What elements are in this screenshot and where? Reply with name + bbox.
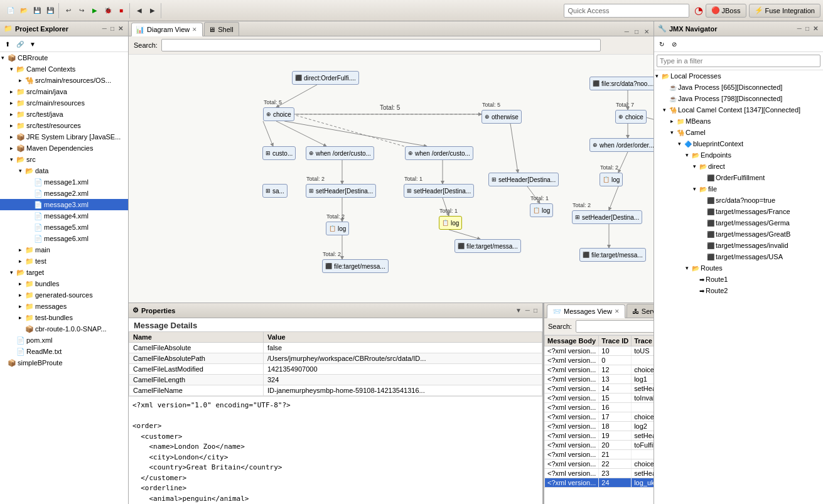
jmx-tree-item[interactable]: ⬛src/data?noop=true: [654, 195, 823, 206]
jmx-disconnect-button[interactable]: ⊘: [669, 38, 680, 50]
table-row[interactable]: <?xml version...160Thu Jan 15 15:48:27 E…: [545, 403, 654, 412]
table-row[interactable]: <?xml version...17choice100Thu Jan 15 15…: [545, 412, 654, 422]
tab-diagram-view[interactable]: 📊 Diagram View ✕: [131, 23, 203, 36]
tree-item-target[interactable]: ▾📂target: [0, 267, 128, 278]
tree-arrow[interactable]: ▾: [1, 55, 8, 61]
jmx-tree-item[interactable]: ⬛target/messages/Germa: [654, 217, 823, 228]
back-button[interactable]: ◀: [133, 4, 146, 17]
jmx-arrow[interactable]: ▸: [670, 118, 677, 124]
diagram-search-input[interactable]: [161, 39, 601, 51]
tree-arrow[interactable]: ▸: [10, 100, 16, 106]
diagram-node-when2[interactable]: ⊕when /order/custo...: [405, 146, 473, 160]
tree-arrow[interactable]: ▸: [19, 247, 25, 253]
tree-item-src[interactable]: ▾📂src: [0, 154, 128, 165]
diagram-node-setheader3[interactable]: ⊞setHeader[Destina...: [488, 173, 559, 186]
jmx-tree-item[interactable]: ⬛OrderFulfillment: [654, 172, 823, 183]
diagram-node-filetarget3[interactable]: ⬛file:target/messa...: [579, 248, 646, 262]
tree-item-camel-contexts[interactable]: ▾📂Camel Contexts: [0, 63, 128, 75]
undo-button[interactable]: ↩: [62, 4, 75, 17]
tree-item-message1[interactable]: 📄message1.xml: [0, 176, 128, 188]
link-with-editor-button[interactable]: 🔗: [14, 38, 26, 50]
forward-button[interactable]: ▶: [146, 4, 159, 17]
jmx-tree-item[interactable]: ▾📂Endpoints: [654, 149, 823, 161]
tree-arrow[interactable]: ▸: [19, 281, 25, 287]
tree-item-src-main-os[interactable]: ▸🐪src/main/resources/OS...: [0, 75, 128, 86]
tree-item-cbrroute[interactable]: ▾📦CBRroute: [0, 52, 128, 63]
jmx-tree-item[interactable]: ▾📂file: [654, 183, 823, 195]
diagram-maximize-button[interactable]: □: [633, 28, 640, 36]
diagram-node-setheader2[interactable]: ⊞setHeader[Destina...Total: 1: [404, 184, 474, 198]
diagram-node-when1[interactable]: ⊕when /order/custo...: [306, 146, 374, 160]
diagram-node-filetarget1[interactable]: ⬛file:target/messa...Total: 2: [322, 259, 389, 273]
jmx-tree-item[interactable]: ▸📁MBeans: [654, 115, 823, 127]
jmx-tree-item[interactable]: ▾📂direct: [654, 161, 823, 172]
diagram-node-cust1[interactable]: ⊞custo...: [262, 146, 296, 160]
tree-item-message3[interactable]: 📄message3.xml: [0, 199, 128, 210]
quick-access-area[interactable]: Quick Access: [564, 4, 689, 18]
jmx-arrow[interactable]: ▾: [693, 186, 699, 192]
tree-arrow[interactable]: ▸: [10, 88, 16, 95]
table-row[interactable]: <?xml version...14setHead141Thu Jan 15 1…: [545, 384, 654, 394]
tree-view-menu-button[interactable]: ▼: [27, 38, 38, 50]
save-all-button[interactable]: 💾: [44, 4, 56, 17]
tree-item-messages-folder[interactable]: ▸📁messages: [0, 301, 128, 312]
messages-search-input[interactable]: [576, 320, 654, 333]
jmx-tree-item[interactable]: ➡Route2: [654, 285, 823, 296]
tree-arrow[interactable]: ▾: [19, 168, 25, 174]
diagram-node-filetarget2[interactable]: ⬛file:target/messa...: [455, 239, 521, 253]
tree-arrow[interactable]: ▾: [10, 156, 16, 163]
jmx-arrow[interactable]: ▾: [670, 129, 677, 136]
jboss-button[interactable]: 🔴 JBoss: [706, 4, 746, 18]
diagram-node-direct-order[interactable]: ⬛direct:OrderFulfi....: [292, 71, 359, 85]
jmx-tree-item[interactable]: ▾🐪Local Camel Context [1347][Connected]: [654, 104, 823, 115]
tree-item-src-test-resources[interactable]: ▸📁src/test/resources: [0, 120, 128, 131]
tree-arrow[interactable]: ▾: [10, 269, 16, 276]
tree-item-bundles[interactable]: ▸📁bundles: [0, 278, 128, 289]
close-icon[interactable]: ✕: [117, 24, 124, 33]
tree-item-jre-system-library[interactable]: ▸📦JRE System Library [JavaSE...: [0, 131, 128, 142]
diagram-node-choice2[interactable]: ⊕choiceTotal: 7: [615, 110, 647, 124]
minimize-button[interactable]: ─: [101, 24, 108, 33]
new-button[interactable]: 📄: [4, 4, 17, 17]
save-button[interactable]: 💾: [31, 4, 43, 17]
jmx-refresh-button[interactable]: ↻: [656, 38, 667, 50]
fuse-integration-button[interactable]: ⚡ Fuse Integration: [749, 4, 821, 18]
diagram-node-log3[interactable]: 📋logTotal: 1: [530, 203, 553, 217]
props-menu-button[interactable]: ▼: [514, 306, 523, 314]
tab-servers[interactable]: 🖧 Servers: [627, 304, 654, 318]
table-row[interactable]: <?xml version...19setHead251Thu Jan 15 1…: [545, 431, 654, 441]
diagram-node-choice1[interactable]: ⊕choiceTotal: 5: [263, 107, 294, 121]
tree-arrow[interactable]: ▸: [19, 314, 25, 321]
jmx-tree-item[interactable]: ▾📂Local Processes: [654, 70, 823, 82]
tree-item-message6[interactable]: 📄message6.xml: [0, 233, 128, 244]
jmx-tree-item[interactable]: ⬛target/messages/France: [654, 206, 823, 217]
jmx-tree-item[interactable]: ▾🐪Camel: [654, 127, 823, 138]
tree-arrow[interactable]: ▸: [10, 134, 16, 140]
diagram-node-log4[interactable]: 📋logTotal: 2: [600, 173, 623, 186]
messages-view-close[interactable]: ✕: [615, 308, 620, 314]
redo-button[interactable]: ↪: [75, 4, 88, 17]
tree-item-readme[interactable]: 📄ReadMe.txt: [0, 346, 128, 357]
collapse-all-button[interactable]: ⬆: [2, 38, 13, 50]
diagram-node-setheader4[interactable]: ⊞setHeader[Destina...Total: 2: [572, 210, 642, 224]
jmx-tree-item[interactable]: ➡Route1: [654, 274, 823, 285]
table-row[interactable]: <?xml version...22choice2Dispatcher77Thu…: [545, 459, 654, 469]
tree-item-src-test-java[interactable]: ▸📁src/test/java: [0, 109, 128, 120]
jmx-tree-item[interactable]: ⬛target/messages/USA: [654, 251, 823, 262]
diagram-node-when3[interactable]: ⊕when /order/order...: [589, 138, 654, 152]
tree-item-cbr-route-snap[interactable]: 📦cbr-route-1.0.0-SNAP...: [0, 323, 128, 335]
jmx-tree-item[interactable]: ▾📂Routes: [654, 262, 823, 274]
tree-item-main[interactable]: ▸📁main: [0, 244, 128, 255]
run-button[interactable]: ▶: [89, 4, 101, 17]
jmx-arrow[interactable]: ▾: [686, 265, 692, 271]
jmx-minimize-button[interactable]: ─: [796, 24, 803, 33]
jmx-maximize-button[interactable]: □: [804, 24, 810, 33]
debug-button[interactable]: 🐞: [102, 4, 114, 17]
table-row[interactable]: <?xml version...20toFulfillDispatcher61T…: [545, 441, 654, 450]
jmx-arrow[interactable]: ▾: [655, 73, 662, 79]
tree-arrow[interactable]: ▸: [19, 77, 25, 83]
tree-item-maven-dependencies[interactable]: ▸📦Maven Dependencies: [0, 142, 128, 154]
open-button[interactable]: 📂: [18, 4, 30, 17]
table-row[interactable]: <?xml version...0Thu Jan 15 15:47:37 ES.…: [545, 356, 654, 365]
tree-arrow[interactable]: ▸: [10, 145, 16, 151]
